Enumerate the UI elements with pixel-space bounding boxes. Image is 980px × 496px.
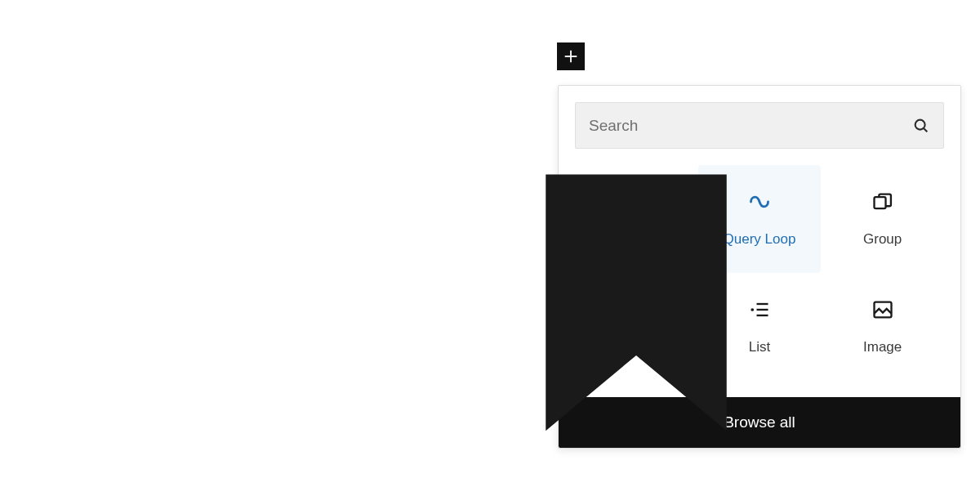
block-item-group[interactable]: Group — [821, 165, 944, 273]
block-inserter-popover: Paragraph Query Loop Group — [558, 85, 961, 449]
block-grid: Paragraph Query Loop Group — [559, 157, 960, 397]
svg-rect-4 — [874, 197, 885, 208]
add-block-button[interactable] — [557, 42, 585, 70]
block-item-image[interactable]: Image — [821, 273, 944, 381]
image-icon — [871, 298, 894, 321]
block-label: Group — [863, 231, 902, 248]
plus-icon — [562, 47, 580, 65]
block-label: Image — [863, 339, 902, 355]
block-item-heading[interactable]: Heading — [575, 273, 698, 381]
group-icon — [871, 190, 894, 213]
svg-line-3 — [924, 127, 927, 131]
search-icon — [912, 117, 930, 135]
heading-icon — [625, 298, 648, 321]
svg-point-2 — [915, 119, 925, 129]
